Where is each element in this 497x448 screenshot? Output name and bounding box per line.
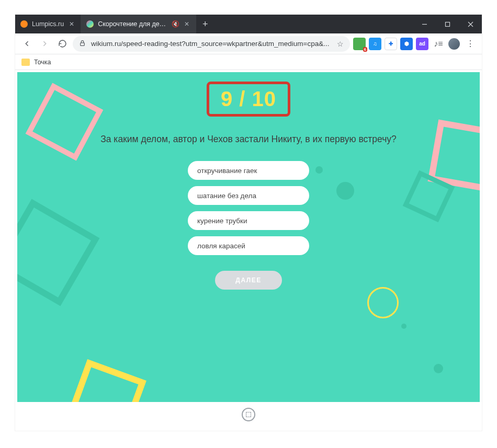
option-3[interactable]: курение трубки	[188, 211, 309, 230]
window-controls	[413, 15, 482, 33]
address-bar[interactable]: wikium.ru/speed-reading-test?utm_source=…	[73, 36, 350, 52]
decoration-square	[17, 199, 99, 306]
minimize-button[interactable]	[413, 15, 436, 33]
menu-button[interactable]: ⋮	[463, 37, 478, 51]
decoration-dot	[434, 364, 443, 373]
next-button[interactable]: ДАЛЕЕ	[215, 271, 282, 290]
decoration-dot	[336, 182, 354, 200]
decoration-square	[66, 359, 146, 402]
fullscreen-button[interactable]	[242, 408, 255, 421]
progress-counter: 9 / 10	[207, 82, 290, 117]
maximize-button[interactable]	[436, 15, 459, 33]
tab-wikium[interactable]: Скорочтение для детей и в... 🔇 ✕	[81, 15, 196, 33]
tab-lumpics[interactable]: Lumpics.ru ✕	[15, 15, 81, 33]
browser-window: Lumpics.ru ✕ Скорочтение для детей и в..…	[15, 15, 482, 431]
close-icon[interactable]: ✕	[68, 20, 75, 28]
svg-rect-1	[445, 22, 449, 26]
bottom-bar	[17, 404, 480, 426]
tab-title: Lumpics.ru	[32, 20, 64, 28]
counter-text: 9 / 10	[221, 87, 276, 110]
profile-avatar[interactable]	[448, 38, 460, 50]
forward-button[interactable]	[37, 37, 52, 51]
option-2[interactable]: шатание без дела	[188, 186, 309, 205]
extension-2[interactable]: ♫	[369, 38, 381, 50]
decoration-dot	[315, 166, 323, 174]
extension-3[interactable]: ✚	[385, 38, 397, 50]
page-content: 9 / 10 За каким делом, автор и Чехов зас…	[15, 70, 482, 431]
svg-rect-4	[81, 42, 85, 45]
option-4[interactable]: ловля карасей	[188, 236, 309, 255]
bookmark-item[interactable]: Точка	[34, 59, 51, 66]
extension-1[interactable]: 6	[353, 38, 366, 50]
tab-title: Скорочтение для детей и в...	[98, 20, 167, 28]
bookmarks-bar: Точка	[15, 54, 482, 70]
tab-favicon	[86, 20, 94, 28]
quiz-panel: 9 / 10 За каким делом, автор и Чехов зас…	[17, 72, 480, 402]
close-window-button[interactable]	[459, 15, 482, 33]
titlebar: Lumpics.ru ✕ Скорочтение для детей и в..…	[15, 15, 482, 33]
toolbar: wikium.ru/speed-reading-test?utm_source=…	[15, 33, 482, 54]
reload-button[interactable]	[55, 37, 70, 51]
new-tab-button[interactable]: +	[196, 15, 214, 33]
decoration-circle	[367, 287, 399, 318]
question-text: За каким делом, автор и Чехов застали Ни…	[17, 134, 480, 145]
extension-5[interactable]: ad	[416, 38, 428, 50]
star-icon[interactable]: ☆	[337, 40, 344, 48]
close-icon[interactable]: ✕	[183, 20, 190, 28]
lock-icon	[79, 40, 86, 48]
back-button[interactable]	[19, 37, 34, 51]
decoration-dot	[401, 324, 406, 329]
url-text: wikium.ru/speed-reading-test?utm_source=…	[91, 40, 332, 48]
extension-badge: 6	[363, 47, 367, 52]
decoration-square	[26, 83, 104, 161]
options-list: откручивание гаек шатание без дела курен…	[188, 161, 309, 290]
mute-icon[interactable]: 🔇	[172, 20, 179, 28]
folder-icon	[21, 59, 30, 66]
option-1[interactable]: откручивание гаек	[188, 161, 309, 180]
tab-favicon	[20, 20, 28, 28]
media-button[interactable]: ♪≡	[432, 37, 445, 51]
extension-4[interactable]: ⬢	[400, 38, 413, 50]
